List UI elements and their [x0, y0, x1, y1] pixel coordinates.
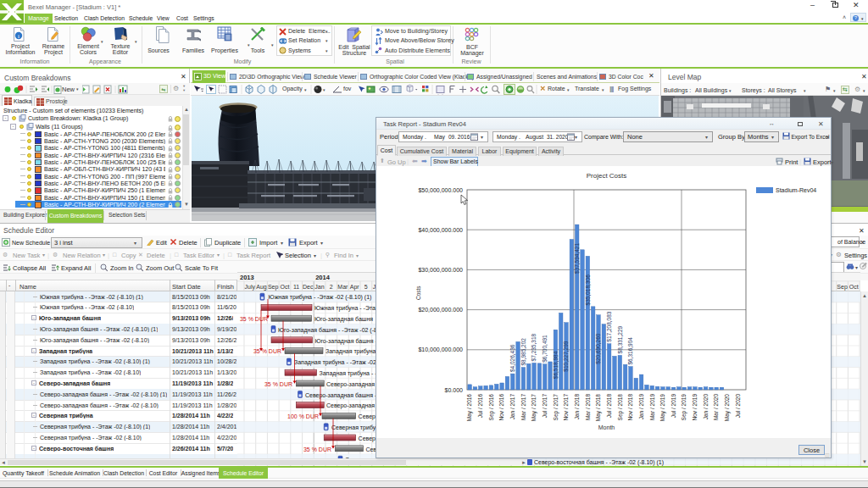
svg-text:Jan / 2017: Jan / 2017 [509, 394, 515, 420]
svg-text:Oct: Oct [849, 284, 859, 290]
svg-text:$35,018,306: $35,018,306 [585, 274, 591, 306]
svg-text:Nov / 2018: Nov / 2018 [627, 394, 633, 421]
svg-text:$17,208,083: $17,208,083 [606, 311, 612, 342]
svg-text:Month: Month [598, 424, 615, 430]
svg-text:Jan / 2020: Jan / 2020 [703, 394, 709, 420]
svg-text:$8,985,202: $8,985,202 [520, 338, 526, 366]
svg-text:$8,331,229: $8,331,229 [617, 325, 623, 353]
svg-text:i: i [18, 33, 19, 40]
svg-text:Sep / 2018: Sep / 2018 [617, 394, 624, 421]
svg-text:Юго-западная башня: Юго-западная башня [314, 316, 373, 323]
svg-text:May / 2019: May / 2019 [659, 394, 666, 422]
svg-text:Jan / 2019: Jan / 2019 [638, 394, 644, 420]
svg-text:Dec: Dec [303, 284, 314, 290]
svg-text:May / 2020: May / 2020 [724, 394, 731, 422]
svg-text:Южная трибуна - -Этаж -02 (-8.: Южная трибуна - -Этаж -02 (-8.10) (1) [269, 294, 372, 301]
svg-text:Mar / 2018: Mar / 2018 [585, 394, 591, 420]
svg-text:Apr: Apr [350, 284, 360, 291]
svg-text:Западная трибуна: Западная трибуна [326, 348, 376, 355]
svg-text:$40,000,000.000: $40,000,000.000 [418, 227, 463, 233]
svg-text:35 % DUR: 35 % DUR [264, 381, 292, 387]
svg-text:Sep / 2016: Sep / 2016 [488, 394, 495, 421]
svg-text:Project Costs: Project Costs [587, 172, 627, 180]
svg-text:Oct: Oct [280, 284, 289, 290]
svg-text:$4,026,436: $4,026,436 [509, 344, 515, 372]
svg-text:$7,235,318: $7,235,318 [531, 333, 537, 361]
svg-text:Mar / 2017: Mar / 2017 [520, 394, 526, 420]
svg-text:$20,000,000.000: $20,000,000.000 [418, 307, 463, 313]
svg-text:July: July [245, 284, 256, 291]
svg-text:Jul / 2020: Jul / 2020 [735, 394, 741, 419]
svg-text:2014: 2014 [315, 274, 331, 281]
svg-text:$30,000,000.000: $30,000,000.000 [418, 267, 463, 273]
svg-text:35 % DUR: 35 % DUR [303, 446, 331, 452]
svg-text:Mar: Mar [337, 284, 348, 290]
svg-text:May / 2017: May / 2017 [531, 394, 537, 422]
svg-text:Jul / 2017: Jul / 2017 [542, 394, 548, 419]
svg-text:$10,227,299: $10,227,299 [563, 341, 569, 372]
svg-text:$20,690,260: $20,690,260 [595, 333, 601, 364]
svg-text:Jul / 2016: Jul / 2016 [477, 394, 483, 419]
svg-text:Nov / 2017: Nov / 2017 [563, 394, 569, 421]
svg-text:Jul / 2018: Jul / 2018 [606, 394, 612, 419]
svg-text:$0.000: $0.000 [445, 387, 464, 393]
svg-text:$6,316,904: $6,316,904 [627, 337, 633, 365]
svg-text:$37,594,421: $37,594,421 [574, 243, 580, 274]
svg-text:May / 2016: May / 2016 [466, 394, 473, 422]
svg-text:Jul / 2019: Jul / 2019 [670, 394, 676, 419]
svg-text:Nov / 2019: Nov / 2019 [692, 394, 698, 421]
svg-text:Jan / 2018: Jan / 2018 [574, 394, 580, 420]
svg-text:Sep / 2017: Sep / 2017 [553, 394, 559, 421]
svg-text:11: 11 [293, 284, 299, 290]
svg-text:35 % DUR: 35 % DUR [240, 316, 268, 322]
svg-text:Sep / 2019: Sep / 2019 [681, 394, 687, 421]
svg-text:2013: 2013 [240, 274, 254, 281]
svg-text:$6,518,984: $6,518,984 [553, 351, 559, 379]
svg-text:35 % DUR: 35 % DUR [253, 348, 281, 354]
svg-text:Stadium-Rev04: Stadium-Rev04 [776, 187, 816, 193]
svg-text:$6,700,491: $6,700,491 [542, 335, 548, 363]
svg-text:5: 5 [364, 284, 368, 290]
svg-text:$10,000,000.000: $10,000,000.000 [418, 347, 463, 352]
svg-text:Mar / 2020: Mar / 2020 [713, 394, 719, 420]
svg-text:Nov / 2016: Nov / 2016 [498, 394, 504, 421]
svg-text:2: 2 [330, 284, 333, 290]
svg-text:$50,000,000.000: $50,000,000.000 [418, 187, 463, 193]
svg-text:Sep: Sep [268, 284, 279, 291]
svg-text:Jan: Jan [314, 284, 324, 290]
svg-text:May / 2018: May / 2018 [595, 394, 602, 422]
svg-text:Mar / 2019: Mar / 2019 [649, 394, 655, 420]
svg-text:Sep: Sep [837, 284, 848, 291]
svg-text:100 % DUR: 100 % DUR [287, 413, 319, 419]
svg-text:Aug: Aug [256, 284, 267, 291]
svg-text:Costs: Costs [415, 286, 421, 300]
